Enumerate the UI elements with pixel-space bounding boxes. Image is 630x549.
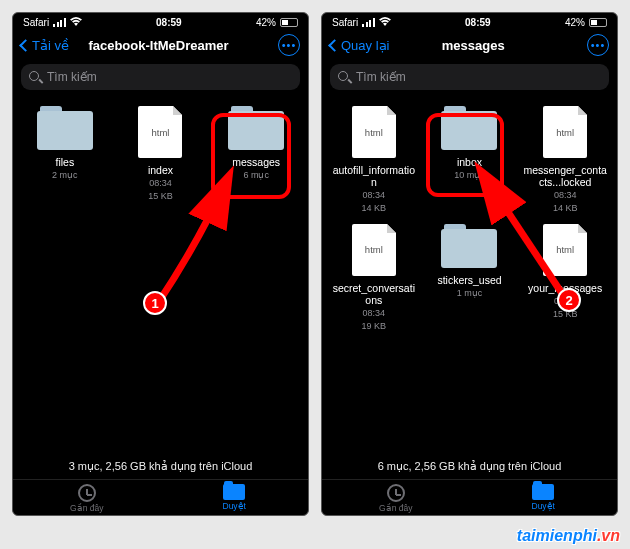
status-time: 08:59 [465,17,491,28]
battery-percent: 42% [256,17,276,28]
more-button[interactable]: ••• [587,34,609,56]
tab-bar: Gần đây Duyệt [13,479,308,515]
item-name: files [55,156,74,168]
folder-tab-icon [223,484,245,500]
search-input[interactable]: Tìm kiếm [21,64,300,90]
item-name: inbox [457,156,482,168]
status-app: Safari [332,17,358,28]
search-placeholder: Tìm kiếm [356,70,406,84]
search-placeholder: Tìm kiếm [47,70,97,84]
item-sub: 08:34 [363,190,386,201]
file-icon: html [543,106,587,158]
file-icon: html [543,224,587,276]
item-sub: 08:34 [363,308,386,319]
watermark: taimienphi.vn [517,527,620,545]
grid-item-autofill[interactable]: html autofill_information 08:34 14 KB [328,106,420,214]
watermark-text: taimienphi [517,527,597,544]
tab-label: Duyệt [532,501,555,511]
item-size: 19 KB [362,321,387,332]
signal-icon [53,18,66,27]
item-sub: 10 mục [454,170,485,181]
status-bar: Safari 08:59 42% [322,13,617,30]
signal-icon [362,18,375,27]
item-size: 15 KB [148,191,173,202]
tab-bar: Gần đây Duyệt [322,479,617,515]
page-title: messages [359,38,587,53]
footer-status: 6 mục, 2,56 GB khả dụng trên iCloud [322,454,617,479]
battery-icon [589,18,607,27]
item-name: stickers_used [437,274,501,286]
search-input[interactable]: Tìm kiếm [330,64,609,90]
grid-item-your-messages[interactable]: html your_messages 08:34 15 KB [519,224,611,332]
item-name: messenger_contacts...locked [522,164,608,188]
tab-browse[interactable]: Duyệt [470,484,618,513]
nav-bar: Quay lại messages ••• [322,30,617,62]
item-sub: 08:34 [554,296,577,307]
wifi-icon [379,17,391,28]
phone-right: Safari 08:59 42% Quay lại [321,12,618,516]
folder-icon [441,224,497,268]
tab-recent[interactable]: Gần đây [13,484,161,513]
chevron-left-icon [19,39,32,52]
status-app: Safari [23,17,49,28]
tab-browse[interactable]: Duyệt [161,484,309,513]
footer-status: 3 mục, 2,56 GB khả dụng trên iCloud [13,454,308,479]
clock-icon [78,484,96,502]
item-name: your_messages [528,282,602,294]
search-icon [29,71,41,83]
item-sub: 08:34 [554,190,577,201]
file-icon: html [138,106,182,158]
item-size: 15 KB [553,309,578,320]
chevron-left-icon [328,39,341,52]
item-name: index [148,164,173,176]
item-sub: 6 mục [243,170,269,181]
file-grid: html autofill_information 08:34 14 KB in… [322,98,617,454]
phone-left: Safari 08:59 42% Tải về [12,12,309,516]
file-icon: html [352,224,396,276]
item-name: autofill_information [331,164,417,188]
search-icon [338,71,350,83]
more-button[interactable]: ••• [278,34,300,56]
file-icon: html [352,106,396,158]
file-grid: files 2 mục html index 08:34 15 KB messa… [13,98,308,454]
tab-label: Gần đây [379,503,412,513]
status-time: 08:59 [156,17,182,28]
tab-label: Duyệt [223,501,246,511]
watermark-suffix: .vn [597,527,620,544]
page-title: facebook-ItMeDreamer [39,38,278,53]
item-name: secret_conversations [331,282,417,306]
wifi-icon [70,17,82,28]
battery-percent: 42% [565,17,585,28]
battery-icon [280,18,298,27]
tab-label: Gần đây [70,503,103,513]
item-sub: 1 mục [457,288,483,299]
item-size: 14 KB [553,203,578,214]
grid-item-messages[interactable]: messages 6 mục [210,106,302,202]
nav-bar: Tải về facebook-ItMeDreamer ••• [13,30,308,62]
folder-icon [441,106,497,150]
item-name: messages [232,156,280,168]
grid-item-inbox[interactable]: inbox 10 mục [424,106,516,214]
folder-icon [228,106,284,150]
item-size: 14 KB [362,203,387,214]
grid-item-index[interactable]: html index 08:34 15 KB [115,106,207,202]
grid-item-messenger-contacts[interactable]: html messenger_contacts...locked 08:34 1… [519,106,611,214]
item-sub: 08:34 [149,178,172,189]
status-bar: Safari 08:59 42% [13,13,308,30]
clock-icon [387,484,405,502]
grid-item-files[interactable]: files 2 mục [19,106,111,202]
grid-item-secret-conv[interactable]: html secret_conversations 08:34 19 KB [328,224,420,332]
folder-icon [37,106,93,150]
grid-item-stickers[interactable]: stickers_used 1 mục [424,224,516,332]
item-sub: 2 mục [52,170,78,181]
tab-recent[interactable]: Gần đây [322,484,470,513]
folder-tab-icon [532,484,554,500]
